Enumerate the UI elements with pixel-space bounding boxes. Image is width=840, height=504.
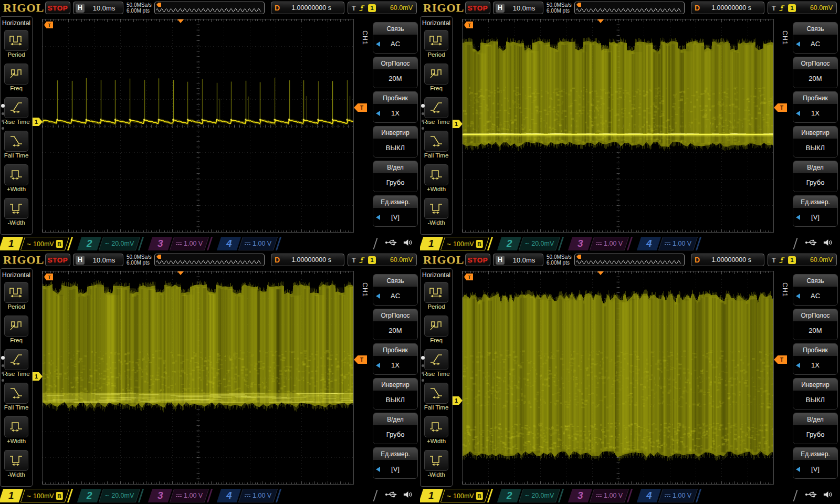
menu-item-3[interactable]: ИнвертирВЫКЛ — [373, 378, 418, 410]
sidebar-item--width[interactable]: -Width — [421, 450, 452, 484]
menu-item-1[interactable]: ОгрПолос20M — [793, 57, 838, 88]
sidebar-item-freq[interactable]: Freq — [421, 316, 452, 349]
memory-waveform-strip[interactable] — [574, 254, 685, 266]
timebase-box[interactable]: H 10.0ms — [73, 2, 123, 14]
memory-waveform-strip[interactable] — [154, 254, 265, 266]
sidebar-button[interactable] — [424, 383, 448, 404]
menu-item-2[interactable]: Пробник1X — [793, 343, 838, 375]
sidebar-button[interactable] — [424, 131, 448, 152]
sidebar-button[interactable] — [424, 64, 448, 85]
channel-3-badge[interactable]: 31.00 V — [150, 237, 211, 250]
menu-item-5[interactable]: Ед.измер.[V] — [373, 447, 418, 479]
menu-item-0[interactable]: СвязьAC — [793, 274, 838, 306]
trigger-position-marker[interactable] — [177, 271, 184, 275]
menu-item-4[interactable]: В/делГрубо — [793, 413, 838, 444]
menu-item-4[interactable]: В/делГрубо — [793, 161, 838, 192]
sidebar-item-fall-time[interactable]: Fall Time — [1, 383, 32, 416]
channel-4-badge[interactable]: 41.00 V — [639, 489, 699, 502]
trigger-level-marker[interactable]: T — [354, 355, 367, 364]
menu-item-3[interactable]: ИнвертирВЫКЛ — [793, 126, 838, 158]
sidebar-button[interactable] — [424, 450, 448, 471]
trigger-level-marker[interactable]: T — [774, 103, 787, 112]
sidebar-item--width[interactable]: +Width — [421, 416, 452, 450]
timebase-box[interactable]: H 10.0ms — [493, 254, 543, 266]
memory-waveform-strip[interactable] — [574, 2, 685, 14]
sidebar-item-freq[interactable]: Freq — [1, 316, 32, 349]
menu-item-1[interactable]: ОгрПолос20M — [373, 309, 418, 340]
sidebar-item--width[interactable]: -Width — [421, 198, 452, 232]
sidebar-button[interactable] — [4, 131, 28, 152]
channel-1-badge[interactable]: 1~100mVB — [421, 237, 491, 250]
menu-item-3[interactable]: ИнвертирВЫКЛ — [793, 378, 838, 410]
sidebar-button[interactable] — [424, 316, 448, 337]
sidebar-item-fall-time[interactable]: Fall Time — [1, 131, 32, 164]
sidebar-button[interactable] — [4, 198, 28, 219]
menu-item-0[interactable]: СвязьAC — [793, 22, 838, 54]
run-state-indicator[interactable]: STOP — [45, 254, 70, 266]
sidebar-item-freq[interactable]: Freq — [1, 64, 32, 97]
delay-box[interactable]: D 1.00000000 s — [271, 2, 344, 14]
menu-item-1[interactable]: ОгрПолос20M — [793, 309, 838, 340]
sidebar-button[interactable] — [424, 416, 448, 437]
trigger-box[interactable]: T 1 60.0mV — [348, 254, 417, 266]
sidebar-button[interactable] — [4, 64, 28, 85]
sidebar-item-period[interactable]: Period — [421, 282, 452, 316]
menu-item-4[interactable]: В/делГрубо — [373, 413, 418, 444]
menu-item-0[interactable]: СвязьAC — [373, 274, 418, 306]
trigger-position-marker[interactable] — [597, 19, 604, 23]
trigger-box[interactable]: T 1 60.0mV — [768, 254, 837, 266]
sidebar-button[interactable] — [4, 416, 28, 437]
sidebar-button[interactable] — [424, 164, 448, 185]
channel-3-badge[interactable]: 31.00 V — [150, 489, 211, 502]
sidebar-button[interactable] — [424, 282, 448, 303]
channel-1-badge[interactable]: 1~100mVB — [1, 237, 71, 250]
menu-item-3[interactable]: ИнвертирВЫКЛ — [373, 126, 418, 158]
delay-box[interactable]: D 1.00000000 s — [271, 254, 344, 266]
menu-item-2[interactable]: Пробник1X — [373, 91, 418, 123]
menu-item-0[interactable]: СвязьAC — [373, 22, 418, 54]
menu-item-2[interactable]: Пробник1X — [793, 91, 838, 123]
sidebar-item--width[interactable]: -Width — [1, 450, 32, 484]
timebase-box[interactable]: H 10.0ms — [493, 2, 543, 14]
channel-2-badge[interactable]: 2~20.0mV — [499, 489, 562, 502]
trigger-position-marker[interactable] — [177, 19, 184, 23]
channel1-position-marker[interactable]: 1 — [453, 396, 463, 405]
channel1-position-marker[interactable]: 1 — [33, 372, 43, 381]
channel-2-badge[interactable]: 2~20.0mV — [79, 237, 142, 250]
sidebar-button[interactable] — [424, 198, 448, 219]
run-state-indicator[interactable]: STOP — [45, 2, 70, 14]
sidebar-item-rise-time[interactable]: Rise Time — [421, 349, 452, 383]
sidebar-button[interactable] — [424, 349, 448, 370]
trigger-level-marker[interactable]: T — [354, 103, 367, 112]
sidebar-button[interactable] — [424, 97, 448, 118]
channel-4-badge[interactable]: 41.00 V — [639, 237, 699, 250]
channel-1-badge[interactable]: 1~100mVB — [1, 489, 71, 502]
sidebar-item-freq[interactable]: Freq — [421, 64, 452, 97]
menu-item-5[interactable]: Ед.измер.[V] — [373, 195, 418, 227]
sidebar-item--width[interactable]: -Width — [1, 198, 32, 232]
sidebar-button[interactable] — [4, 383, 28, 404]
trigger-box[interactable]: T 1 60.0mV — [768, 2, 837, 14]
sidebar-item--width[interactable]: +Width — [421, 164, 452, 198]
channel1-position-marker[interactable]: 1 — [33, 118, 43, 126]
channel-2-badge[interactable]: 2~20.0mV — [79, 489, 142, 502]
channel1-position-marker[interactable]: 1 — [453, 120, 463, 128]
channel-3-badge[interactable]: 31.00 V — [570, 489, 631, 502]
channel-3-badge[interactable]: 31.00 V — [570, 237, 631, 250]
sidebar-button[interactable] — [4, 282, 28, 303]
menu-item-2[interactable]: Пробник1X — [373, 343, 418, 375]
sidebar-item-rise-time[interactable]: Rise Time — [1, 97, 32, 131]
sidebar-item-rise-time[interactable]: Rise Time — [421, 97, 452, 131]
menu-item-5[interactable]: Ед.измер.[V] — [793, 195, 838, 227]
sidebar-button[interactable] — [4, 97, 28, 118]
timebase-box[interactable]: H 10.0ms — [73, 254, 123, 266]
delay-box[interactable]: D 1.00000000 s — [691, 2, 764, 14]
sidebar-button[interactable] — [424, 30, 448, 51]
sidebar-button[interactable] — [4, 349, 28, 370]
sidebar-item-fall-time[interactable]: Fall Time — [421, 383, 452, 416]
run-state-indicator[interactable]: STOP — [465, 254, 490, 266]
channel-4-badge[interactable]: 41.00 V — [219, 237, 279, 250]
menu-item-1[interactable]: ОгрПолос20M — [373, 57, 418, 88]
trigger-position-marker[interactable] — [597, 271, 604, 275]
sidebar-item-rise-time[interactable]: Rise Time — [1, 349, 32, 383]
